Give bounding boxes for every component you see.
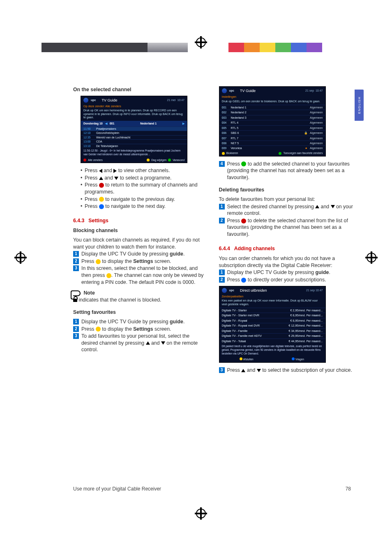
adding-steps: 1Display the UPC TV Guide by pressing gu… [219, 269, 353, 283]
note-icon [73, 290, 81, 296]
screenshot-direct-uitbreiden: upc Direct uitbreiden 21 sep 10:47 Zende… [219, 286, 326, 363]
upc-logo-icon [222, 88, 227, 93]
heading-blocking: Blocking channels [73, 227, 208, 234]
registration-mark-right [365, 251, 378, 264]
deleting-intro: To delete favourites from your personal … [219, 196, 353, 203]
lock-icon [73, 299, 77, 302]
deleting-steps: 1Select the desired channel by pressing … [219, 203, 353, 238]
adding-intro: You can order channels for which you do … [219, 255, 353, 269]
heading-selected-channel: On the selected channel [73, 86, 208, 93]
heading-setting-favourites: Setting favourites [73, 309, 208, 316]
registration-mark-bottom [195, 507, 207, 520]
note-heading: Note [73, 290, 208, 297]
heading-deleting: Deleting favourites [219, 187, 353, 193]
right-column: upc TV Guide 21 sep 10:47 Instellingen D… [219, 86, 353, 502]
setting-favourites-steps: 1Display the UPC TV Guide by pressing gu… [73, 318, 208, 353]
blocking-steps: 1Display the UPC TV Guide by pressing gu… [73, 251, 208, 286]
section-6-4-4: 6.4.4Adding channels [219, 245, 353, 252]
footer: Use more of your Digital Cable Receiver … [73, 486, 351, 492]
footer-left: Use more of your Digital Cable Receiver [73, 486, 161, 492]
section-6-4-3: 6.4.3Settings [73, 217, 208, 224]
channel-bullets: Press and to view other channels.Press a… [81, 167, 208, 210]
left-column: On the selected channel upc TV Guide 21 … [73, 86, 208, 502]
step3-bottom: 3Press and to select the subscription of… [219, 367, 353, 374]
blocking-intro: You can block certain channels as requir… [73, 237, 208, 250]
registration-mark-left [14, 251, 27, 264]
upc-logo-icon [83, 98, 88, 103]
upc-logo-icon [222, 288, 227, 293]
language-tab: ENGLISH [355, 90, 364, 121]
step4-list: 4Press to add the selected channel to yo… [219, 161, 353, 181]
screenshot-tv-guide-channel: upc TV Guide 21 mei 10:47 Op deze zender… [81, 96, 187, 164]
page-number: 78 [346, 486, 351, 492]
registration-mark-top [195, 36, 207, 48]
print-bar-light [148, 43, 188, 52]
note-text: indicates that the channel is blocked. [73, 297, 208, 304]
color-swatches [228, 43, 322, 52]
screenshot-instellingen: upc TV Guide 21 sep 10:47 Instellingen D… [219, 86, 326, 157]
print-bar-dark [42, 43, 148, 52]
